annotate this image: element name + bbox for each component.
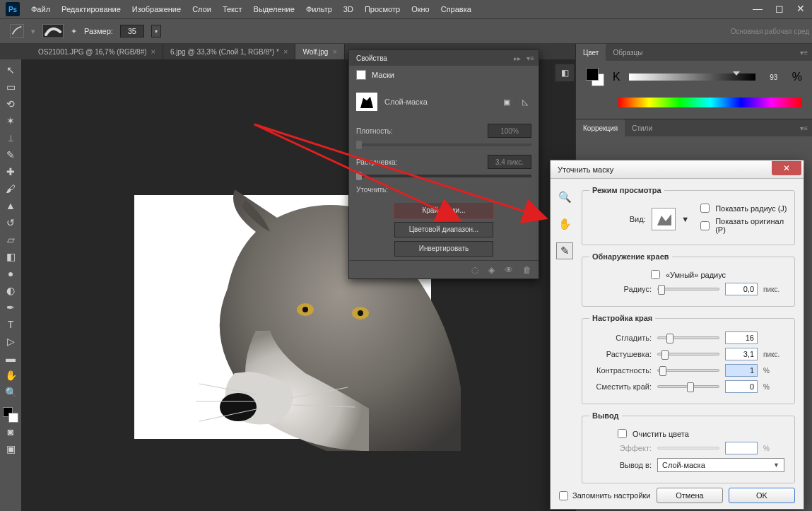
mask-edge-button[interactable]: Край маски... bbox=[394, 203, 493, 218]
blur-tool-icon[interactable]: ● bbox=[3, 266, 18, 281]
menu-select[interactable]: Выделение bbox=[254, 5, 295, 13]
output-to-select[interactable]: Слой-маска bbox=[657, 458, 784, 472]
menu-edit[interactable]: Редактирование bbox=[61, 5, 121, 13]
tab-doc-1[interactable]: OS21001.JPG @ 16,7% (RGB/8#)× bbox=[31, 44, 163, 59]
zoom-tool-icon[interactable]: 🔍 bbox=[556, 189, 573, 206]
lasso-tool-icon[interactable]: ⟲ bbox=[3, 96, 18, 112]
tab-styles[interactable]: Стили bbox=[625, 119, 659, 136]
feather-value[interactable]: 3,4 пикс. bbox=[488, 155, 531, 169]
hand-tool-icon[interactable]: ✋ bbox=[3, 368, 18, 383]
panel-collapse-icon[interactable]: ◧ bbox=[555, 64, 575, 82]
fg-bg-swatch[interactable] bbox=[586, 68, 604, 86]
remember-checkbox[interactable] bbox=[559, 491, 568, 500]
dodge-tool-icon[interactable]: ◐ bbox=[3, 283, 18, 298]
workspace-label[interactable]: Основная рабочая сред bbox=[731, 28, 809, 35]
menu-image[interactable]: Изображение bbox=[132, 5, 181, 13]
k-slider[interactable] bbox=[629, 74, 755, 81]
move-tool-icon[interactable]: ↖ bbox=[3, 62, 18, 78]
menu-3d[interactable]: 3D bbox=[343, 5, 353, 13]
screenmode-icon[interactable]: ▣ bbox=[3, 441, 18, 457]
ok-button[interactable]: OK bbox=[729, 488, 795, 503]
view-thumbnail[interactable] bbox=[652, 208, 676, 230]
panel-menu-icon[interactable]: ▾≡ bbox=[526, 54, 534, 62]
density-value[interactable]: 100% bbox=[488, 124, 531, 138]
tab-doc-3[interactable]: Wolf.jpg× bbox=[295, 44, 344, 59]
smart-radius-checkbox[interactable] bbox=[651, 270, 660, 279]
menu-filter[interactable]: Фильтр bbox=[306, 5, 332, 13]
pixel-mask-icon[interactable]: ▣ bbox=[500, 95, 513, 108]
delete-mask-icon[interactable]: 🗑 bbox=[523, 265, 531, 275]
tab-swatches[interactable]: Образцы bbox=[606, 44, 649, 61]
panel-menu-icon[interactable]: ▾≡ bbox=[800, 124, 808, 132]
menu-file[interactable]: Файл bbox=[31, 5, 50, 13]
panel-menu-icon[interactable]: ▾≡ bbox=[800, 49, 808, 57]
eyedropper-tool-icon[interactable]: ✎ bbox=[3, 147, 18, 163]
menu-help[interactable]: Справка bbox=[441, 5, 471, 13]
view-dropdown-icon[interactable]: ▼ bbox=[681, 215, 689, 223]
gradient-tool-icon[interactable]: ◧ bbox=[3, 249, 18, 264]
menu-view[interactable]: Просмотр bbox=[365, 5, 400, 13]
radius-input[interactable]: 0,0 bbox=[725, 283, 758, 295]
size-dropdown-icon[interactable]: ▾ bbox=[151, 25, 161, 37]
zoom-tool-icon[interactable]: 🔍 bbox=[3, 384, 18, 400]
maximize-icon[interactable]: ◻ bbox=[775, 3, 784, 14]
density-slider[interactable] bbox=[356, 143, 531, 146]
tab-doc-2[interactable]: 6.jpg @ 33,3% (Слой 1, RGB/8*) *× bbox=[163, 44, 295, 59]
contrast-slider[interactable] bbox=[657, 369, 719, 372]
invert-button[interactable]: Инвертировать bbox=[394, 241, 493, 257]
k-value[interactable]: 93 bbox=[764, 74, 784, 81]
type-tool-icon[interactable]: T bbox=[3, 317, 18, 332]
shift-input[interactable]: 0 bbox=[725, 380, 758, 393]
tab-close-icon[interactable]: × bbox=[332, 47, 336, 56]
shape-tool-icon[interactable]: ▬ bbox=[3, 351, 18, 366]
feather-slider[interactable] bbox=[356, 175, 531, 177]
minimize-icon[interactable]: — bbox=[753, 3, 763, 14]
color-swatches[interactable] bbox=[3, 407, 18, 423]
vector-mask-icon[interactable]: ◺ bbox=[519, 95, 531, 108]
healing-tool-icon[interactable]: ✚ bbox=[3, 164, 18, 180]
tool-preset-icon[interactable] bbox=[10, 24, 24, 38]
history-brush-tool-icon[interactable]: ↺ bbox=[3, 215, 18, 230]
refine-radius-tool-icon[interactable]: ✎ bbox=[556, 242, 573, 259]
tab-adjustments[interactable]: Коррекция bbox=[576, 119, 625, 136]
brush-preview-icon[interactable] bbox=[42, 24, 64, 38]
disable-mask-icon[interactable]: 👁 bbox=[505, 265, 513, 275]
brush-tool-icon[interactable]: 🖌 bbox=[3, 181, 18, 196]
menu-window[interactable]: Окно bbox=[411, 5, 430, 13]
size-input[interactable]: 35 bbox=[120, 25, 144, 37]
pen-tool-icon[interactable]: ✒ bbox=[3, 300, 18, 315]
feather-input[interactable]: 3,1 bbox=[725, 348, 758, 360]
menu-type[interactable]: Текст bbox=[223, 5, 242, 13]
show-radius-checkbox[interactable] bbox=[700, 204, 710, 213]
tab-close-icon[interactable]: × bbox=[283, 47, 288, 56]
load-selection-icon[interactable]: ◌ bbox=[471, 265, 478, 275]
crop-tool-icon[interactable]: ⟂ bbox=[3, 130, 18, 146]
magic-wand-tool-icon[interactable]: ✶ bbox=[3, 113, 18, 129]
mask-thumbnail[interactable] bbox=[356, 93, 377, 111]
collapse-icon[interactable]: ▸▸ bbox=[514, 54, 521, 62]
marquee-tool-icon[interactable]: ▭ bbox=[3, 79, 18, 95]
apply-mask-icon[interactable]: ◈ bbox=[488, 265, 495, 275]
decontaminate-checkbox[interactable] bbox=[618, 429, 627, 438]
shift-slider[interactable] bbox=[657, 385, 719, 388]
show-original-checkbox[interactable] bbox=[700, 221, 710, 230]
contrast-input[interactable]: 1 bbox=[725, 364, 758, 377]
path-select-tool-icon[interactable]: ▷ bbox=[3, 334, 18, 349]
color-spectrum[interactable] bbox=[618, 98, 802, 107]
feather-slider[interactable] bbox=[657, 353, 719, 356]
color-range-button[interactable]: Цветовой диапазон... bbox=[394, 222, 493, 237]
radius-slider[interactable] bbox=[657, 288, 719, 290]
cancel-button[interactable]: Отмена bbox=[657, 488, 723, 503]
tab-color[interactable]: Цвет bbox=[576, 44, 606, 61]
dialog-close-button[interactable]: ✕ bbox=[772, 161, 801, 175]
brush-options-icon[interactable]: ✦ bbox=[71, 27, 77, 36]
smooth-slider[interactable] bbox=[657, 336, 719, 339]
close-icon[interactable]: ✕ bbox=[796, 3, 805, 14]
menu-layer[interactable]: Слои bbox=[192, 5, 211, 13]
tab-close-icon[interactable]: × bbox=[151, 47, 155, 56]
quickmask-icon[interactable]: ◙ bbox=[3, 424, 18, 440]
hand-tool-icon[interactable]: ✋ bbox=[556, 216, 573, 233]
smooth-input[interactable]: 16 bbox=[725, 331, 758, 344]
stamp-tool-icon[interactable]: ▲ bbox=[3, 198, 18, 213]
eraser-tool-icon[interactable]: ▱ bbox=[3, 232, 18, 247]
